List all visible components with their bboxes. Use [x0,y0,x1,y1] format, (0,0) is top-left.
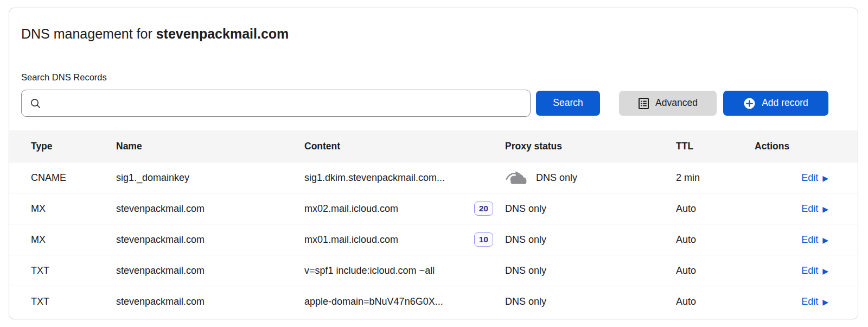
table-header-row: Type Name Content Proxy status TTL Actio… [9,130,858,162]
record-ttl: 2 min [676,172,755,184]
record-content: mx01.mail.icloud.com 10 [304,232,505,247]
search-input[interactable] [47,97,522,109]
record-ttl: Auto [676,203,755,215]
column-header-type: Type [31,141,116,152]
proxy-status-text: DNS only [505,203,546,215]
edit-record-link[interactable]: Edit ▶ [801,203,828,215]
record-proxy-status: DNS only [505,169,676,186]
record-name: stevenpackmail.com [116,203,304,215]
record-content-text: v=spf1 include:icloud.com ~all [304,265,435,276]
record-proxy-status: DNS only [505,296,676,307]
record-actions: Edit ▶ [755,203,828,215]
table-body: CNAME sig1._domainkey sig1.dkim.stevenpa… [9,162,858,317]
edit-record-link[interactable]: Edit ▶ [801,172,828,184]
proxy-status-text: DNS only [536,172,577,184]
search-button[interactable]: Search [536,91,600,116]
dns-management-card: DNS management for stevenpackmail.com Se… [9,8,858,319]
edit-label: Edit [801,203,818,215]
record-type: TXT [31,296,116,307]
table-row: TXT stevenpackmail.com v=spf1 include:ic… [9,255,858,286]
record-actions: Edit ▶ [755,296,828,307]
record-actions: Edit ▶ [755,265,828,276]
record-name: stevenpackmail.com [116,265,304,276]
page-title-prefix: DNS management for [21,26,156,41]
record-ttl: Auto [676,265,755,276]
record-name: stevenpackmail.com [116,296,304,307]
column-header-name: Name [116,141,304,152]
proxy-status-text: DNS only [505,265,546,276]
table-row: TXT stevenpackmail.com apple-domain=bNuV… [9,286,858,317]
page-title: DNS management for stevenpackmail.com [21,24,828,43]
record-ttl: Auto [676,234,755,246]
edit-label: Edit [801,296,818,307]
edit-record-link[interactable]: Edit ▶ [801,265,828,276]
column-header-content: Content [304,141,505,152]
column-header-actions: Actions [755,141,828,152]
edit-label: Edit [801,265,818,276]
record-content: apple-domain=bNuV47n6G0X... [304,296,505,307]
priority-badge: 20 [474,202,493,216]
add-record-button[interactable]: Add record [723,91,828,116]
column-header-ttl: TTL [676,141,755,152]
proxy-status-text: DNS only [505,296,546,307]
table-row: MX stevenpackmail.com mx02.mail.icloud.c… [9,193,858,224]
edit-arrow-icon: ▶ [822,205,828,213]
proxy-status-text: DNS only [505,234,546,246]
record-type: TXT [31,265,116,276]
record-content: v=spf1 include:icloud.com ~all [304,265,505,276]
record-content-text: mx02.mail.icloud.com [304,203,398,215]
search-label: Search DNS Records [21,72,828,83]
edit-record-link[interactable]: Edit ▶ [801,234,828,246]
record-name: sig1._domainkey [116,172,304,184]
table-row: MX stevenpackmail.com mx01.mail.icloud.c… [9,224,858,255]
edit-arrow-icon: ▶ [822,236,828,244]
edit-label: Edit [801,172,818,184]
dns-only-cloud-icon [505,169,528,186]
edit-arrow-icon: ▶ [822,267,828,275]
record-name: stevenpackmail.com [116,234,304,246]
record-content-text: apple-domain=bNuV47n6G0X... [304,296,443,307]
record-ttl: Auto [676,296,755,307]
dns-records-table: Type Name Content Proxy status TTL Actio… [9,130,858,317]
search-box[interactable] [21,90,531,117]
edit-arrow-icon: ▶ [822,298,828,306]
record-type: MX [31,234,116,246]
record-actions: Edit ▶ [755,172,828,184]
record-proxy-status: DNS only [505,203,676,215]
edit-arrow-icon: ▶ [822,174,828,183]
advanced-list-icon [638,97,649,110]
table-row: CNAME sig1._domainkey sig1.dkim.stevenpa… [9,162,858,193]
record-content: mx02.mail.icloud.com 20 [304,202,505,216]
advanced-button[interactable]: Advanced [619,91,717,116]
search-row: Search Advanced [21,90,828,117]
record-type: CNAME [31,172,116,184]
record-content: sig1.dkim.stevenpackmail.com... [304,172,505,184]
search-icon [30,98,41,109]
record-proxy-status: DNS only [505,265,676,276]
record-actions: Edit ▶ [755,234,828,246]
record-type: MX [31,203,116,215]
record-content-text: mx01.mail.icloud.com [304,234,398,246]
edit-record-link[interactable]: Edit ▶ [801,296,828,307]
record-proxy-status: DNS only [505,234,676,246]
plus-circle-icon [743,97,756,110]
record-content-text: sig1.dkim.stevenpackmail.com... [304,172,445,184]
page-title-domain: stevenpackmail.com [156,26,289,41]
column-header-proxy-status: Proxy status [505,141,676,152]
edit-label: Edit [801,234,818,246]
priority-badge: 10 [474,232,493,247]
